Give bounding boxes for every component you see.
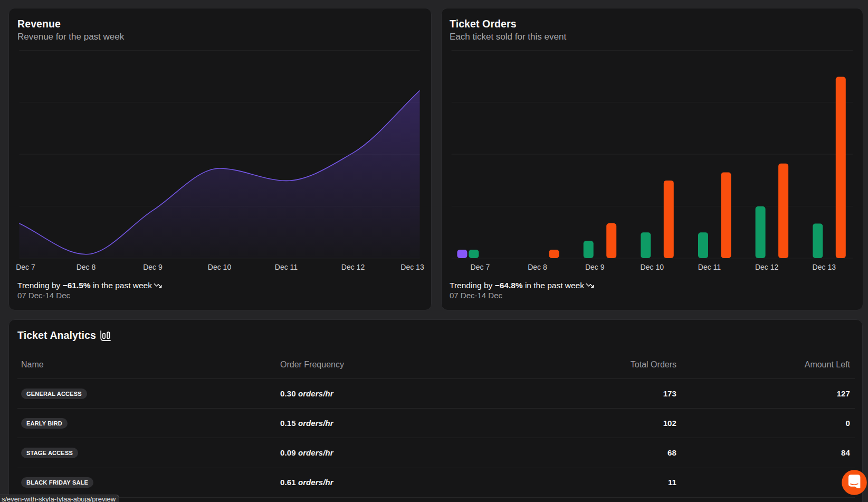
svg-text:Dec 10: Dec 10 — [641, 263, 664, 271]
svg-text:Dec 9: Dec 9 — [143, 263, 163, 271]
svg-text:Dec 13: Dec 13 — [400, 263, 424, 271]
svg-text:Dec 7: Dec 7 — [471, 263, 490, 271]
svg-text:Dec 7: Dec 7 — [16, 263, 35, 271]
svg-text:Dec 12: Dec 12 — [755, 263, 779, 271]
svg-text:Dec 11: Dec 11 — [275, 263, 298, 271]
svg-text:Dec 10: Dec 10 — [208, 263, 232, 271]
svg-text:Dec 9: Dec 9 — [585, 263, 605, 271]
svg-text:Dec 13: Dec 13 — [813, 263, 836, 271]
svg-text:Dec 8: Dec 8 — [528, 263, 547, 271]
svg-text:Dec 8: Dec 8 — [77, 263, 96, 271]
svg-text:Dec 11: Dec 11 — [698, 263, 721, 271]
svg-text:Dec 12: Dec 12 — [341, 263, 365, 271]
